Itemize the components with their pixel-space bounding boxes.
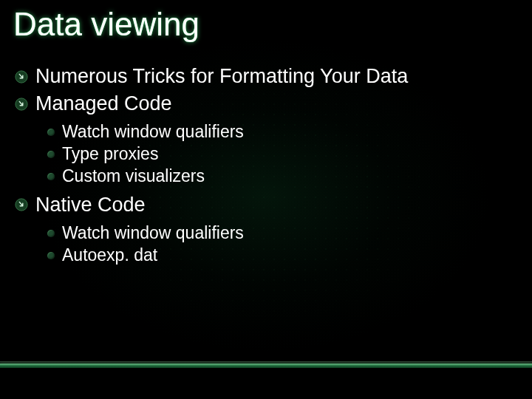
footer-space	[0, 368, 532, 399]
list-item: Watch window qualifiers	[47, 121, 510, 143]
item-text: Watch window qualifiers	[62, 121, 244, 143]
list-item: Autoexp. dat	[47, 245, 510, 267]
bullet-dot-icon	[47, 230, 55, 237]
bullet-dot-icon	[47, 252, 55, 259]
item-text: Numerous Tricks for Formatting Your Data	[35, 64, 408, 89]
slide-title: Data viewing	[13, 6, 200, 43]
bullet-arrow-icon	[15, 70, 28, 83]
bullet-arrow-icon	[15, 198, 28, 211]
list-item: Custom visualizers	[47, 166, 510, 188]
item-text: Custom visualizers	[62, 166, 205, 188]
slide-content: Numerous Tricks for Formatting Your Data…	[15, 64, 510, 267]
bullet-dot-icon	[47, 151, 55, 158]
list-item: Native Code	[15, 192, 510, 218]
item-text: Autoexp. dat	[62, 245, 157, 267]
list-item: Watch window qualifiers	[47, 222, 510, 245]
bullet-dot-icon	[47, 173, 55, 180]
bullet-arrow-icon	[15, 98, 28, 111]
bullet-dot-icon	[47, 129, 55, 136]
list-item: Numerous Tricks for Formatting Your Data	[15, 64, 510, 89]
item-text: Type proxies	[62, 143, 158, 166]
item-text: Watch window qualifiers	[62, 222, 244, 245]
list-item: Type proxies	[47, 143, 510, 166]
item-text: Native Code	[35, 192, 146, 218]
list-item: Managed Code	[15, 91, 510, 117]
item-text: Managed Code	[35, 91, 172, 117]
